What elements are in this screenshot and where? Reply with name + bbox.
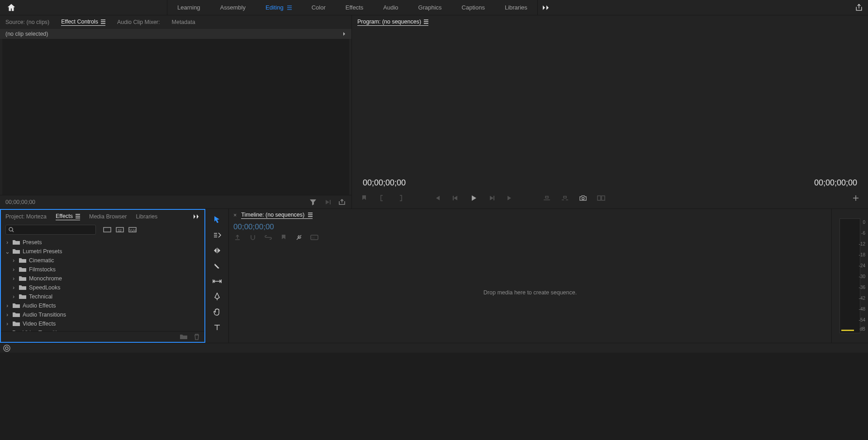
- snap-icon: [249, 233, 257, 241]
- extract-icon: [561, 194, 569, 202]
- collapse-icon[interactable]: [342, 32, 346, 36]
- timeline-timecode[interactable]: 00;00;00;00: [233, 222, 827, 232]
- tree-row[interactable]: ›Filmstocks: [1, 265, 204, 274]
- hamburger-icon[interactable]: [287, 5, 292, 10]
- 32bit-filter-icon[interactable]: 32: [116, 226, 124, 234]
- out-bracket-icon: [396, 194, 404, 202]
- export-frame-icon[interactable]: [338, 198, 346, 206]
- ws-tab-audio[interactable]: Audio: [373, 0, 408, 15]
- selection-tool[interactable]: [211, 214, 223, 225]
- tab-libraries-panel[interactable]: Libraries: [136, 213, 157, 220]
- workspace-tabs: Learning Assembly Editing Color Effects …: [167, 0, 537, 15]
- chevron-right-icon[interactable]: ›: [11, 293, 16, 300]
- pen-tool[interactable]: [211, 291, 223, 302]
- no-clip-label: (no clip selected): [5, 31, 48, 37]
- tab-metadata[interactable]: Metadata: [172, 19, 195, 25]
- ws-tab-captions[interactable]: Captions: [452, 0, 495, 15]
- tree-row[interactable]: ›Video Effects: [1, 319, 204, 328]
- effects-search-input[interactable]: [17, 227, 93, 233]
- folder-icon: [19, 276, 26, 281]
- tab-project[interactable]: Project: Morteza: [5, 213, 47, 220]
- ripple-edit-tool[interactable]: [211, 245, 223, 256]
- cc-sync-icon[interactable]: [3, 344, 11, 352]
- tree-row[interactable]: ›SpeedLooks: [1, 283, 204, 292]
- play-button[interactable]: [470, 194, 478, 202]
- tab-media-browser[interactable]: Media Browser: [89, 213, 127, 220]
- razor-tool[interactable]: [211, 260, 223, 271]
- program-timecode-right[interactable]: 00;00;00;00: [814, 178, 857, 188]
- tree-row[interactable]: ›Audio Effects: [1, 301, 204, 310]
- svg-rect-2: [602, 196, 605, 200]
- effects-search[interactable]: [5, 225, 96, 235]
- panel-overflow[interactable]: [194, 214, 200, 219]
- camera-icon[interactable]: [579, 194, 587, 202]
- hamburger-icon[interactable]: [76, 214, 80, 218]
- tab-source[interactable]: Source: (no clips): [5, 19, 49, 25]
- ws-tab-effects[interactable]: Effects: [336, 0, 374, 15]
- in-bracket-icon: [378, 194, 386, 202]
- add-button[interactable]: [852, 194, 860, 202]
- close-icon[interactable]: ×: [233, 212, 237, 218]
- chevron-right-icon[interactable]: ›: [11, 275, 16, 282]
- meter-level-indicator: [841, 330, 854, 331]
- effects-panel[interactable]: Project: Morteza Effects Media Browser L…: [0, 209, 205, 343]
- effects-tree[interactable]: ›Presets ⌄Lumetri Presets ›Cinematic ›Fi…: [1, 236, 204, 331]
- hand-tool[interactable]: [211, 307, 223, 317]
- go-to-in-icon: [433, 194, 441, 202]
- ws-tab-graphics[interactable]: Graphics: [408, 0, 452, 15]
- chevron-down-icon[interactable]: ⌄: [5, 248, 10, 255]
- folder-icon: [19, 285, 26, 290]
- tab-audio-clip-mixer[interactable]: Audio Clip Mixer:: [117, 19, 160, 25]
- workspace-overflow[interactable]: [537, 0, 555, 15]
- export-button[interactable]: [850, 0, 868, 15]
- folder-icon: [13, 303, 20, 308]
- tab-program[interactable]: Program: (no sequences): [357, 19, 428, 26]
- type-tool[interactable]: [211, 322, 223, 333]
- ws-tab-learning[interactable]: Learning: [167, 0, 210, 15]
- hamburger-icon[interactable]: [101, 19, 105, 24]
- tab-effects-panel[interactable]: Effects: [56, 213, 80, 220]
- chevron-right-icon[interactable]: ›: [5, 239, 10, 246]
- ws-tab-assembly[interactable]: Assembly: [210, 0, 256, 15]
- chevron-right-icon[interactable]: ›: [11, 266, 16, 273]
- tree-row[interactable]: ›Technical: [1, 292, 204, 301]
- tree-row[interactable]: ›Cinematic: [1, 256, 204, 265]
- hamburger-icon[interactable]: [424, 19, 428, 24]
- program-viewer: [354, 31, 866, 176]
- timeline-drop-area[interactable]: Drop media here to create sequence.: [229, 242, 831, 343]
- slip-tool[interactable]: [211, 276, 223, 287]
- track-select-tool[interactable]: [211, 230, 223, 241]
- settings-icon[interactable]: [295, 233, 303, 241]
- new-bin-icon[interactable]: [180, 334, 187, 340]
- play-only-icon: [323, 198, 332, 206]
- tab-timeline[interactable]: Timeline: (no sequences): [241, 212, 313, 219]
- home-button[interactable]: [6, 3, 16, 13]
- svg-point-3: [9, 227, 13, 231]
- program-timecode-left[interactable]: 00;00;00;00: [363, 178, 406, 188]
- svg-point-0: [582, 198, 584, 200]
- tree-row[interactable]: ›Presets: [1, 238, 204, 247]
- chevron-right-icon[interactable]: ›: [11, 257, 16, 264]
- source-timecode[interactable]: 00;00;00;00: [5, 199, 35, 205]
- tree-row[interactable]: ›Audio Transitions: [1, 310, 204, 319]
- hamburger-icon[interactable]: [308, 213, 313, 217]
- chevron-right-icon[interactable]: ›: [5, 321, 10, 327]
- ws-tab-color[interactable]: Color: [302, 0, 336, 15]
- filter-icon[interactable]: [309, 198, 317, 206]
- tree-row[interactable]: ⌄Lumetri Presets: [1, 247, 204, 256]
- go-to-out-icon: [506, 194, 514, 202]
- tab-effect-controls[interactable]: Effect Controls: [61, 19, 105, 26]
- folder-icon: [13, 240, 20, 245]
- trash-icon[interactable]: [194, 334, 200, 340]
- tree-row[interactable]: ›Monochrome: [1, 274, 204, 283]
- audio-meter[interactable]: 0 -6 -12 -18 -24 -30 -36 -42 -48 -54 dB: [840, 218, 860, 333]
- yuv-filter-icon[interactable]: YUV: [128, 226, 137, 234]
- chevron-right-icon[interactable]: ›: [5, 303, 10, 309]
- ws-tab-editing[interactable]: Editing: [256, 0, 302, 15]
- accelerated-filter-icon[interactable]: [103, 226, 111, 234]
- chevron-right-icon[interactable]: ›: [5, 312, 10, 318]
- ws-tab-libraries[interactable]: Libraries: [495, 0, 537, 15]
- folder-icon: [19, 267, 26, 272]
- chevron-right-icon[interactable]: ›: [11, 284, 16, 291]
- marker-icon: [280, 233, 288, 241]
